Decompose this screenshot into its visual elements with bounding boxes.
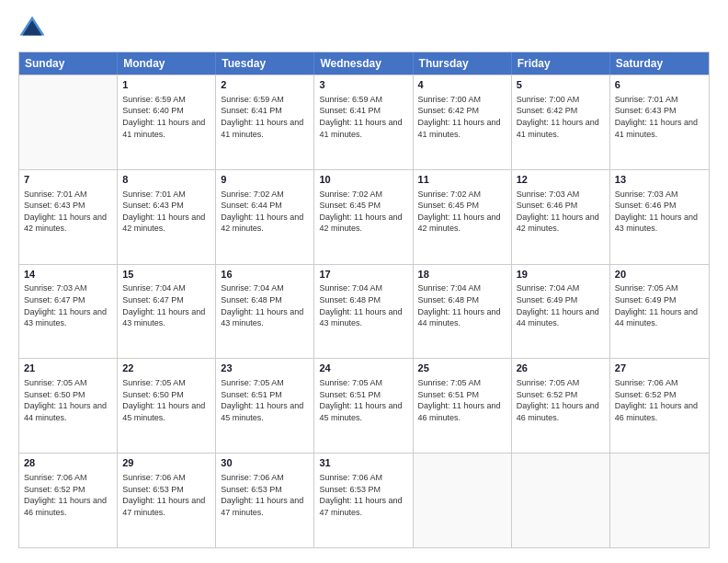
day-number: 15 bbox=[122, 268, 210, 282]
header bbox=[18, 15, 710, 42]
day-number: 3 bbox=[319, 78, 407, 92]
day-number: 28 bbox=[24, 456, 112, 470]
calendar-week-1: 1Sunrise: 6:59 AMSunset: 6:40 PMDaylight… bbox=[19, 75, 709, 169]
calendar-cell bbox=[610, 454, 709, 547]
calendar-cell: 24Sunrise: 7:05 AMSunset: 6:51 PMDayligh… bbox=[314, 359, 413, 453]
calendar-cell: 19Sunrise: 7:04 AMSunset: 6:49 PMDayligh… bbox=[512, 265, 610, 359]
day-number: 26 bbox=[517, 362, 605, 375]
cell-info: Sunrise: 7:05 AMSunset: 6:51 PMDaylight:… bbox=[221, 377, 309, 423]
day-number: 30 bbox=[221, 456, 309, 470]
calendar-cell bbox=[19, 75, 118, 169]
day-number: 23 bbox=[221, 362, 309, 375]
header-day-saturday: Saturday bbox=[610, 52, 709, 75]
calendar-cell: 3Sunrise: 6:59 AMSunset: 6:41 PMDaylight… bbox=[314, 75, 413, 169]
calendar-cell: 9Sunrise: 7:02 AMSunset: 6:44 PMDaylight… bbox=[216, 170, 314, 264]
day-number: 21 bbox=[24, 362, 112, 375]
cell-info: Sunrise: 7:03 AMSunset: 6:47 PMDaylight:… bbox=[24, 282, 112, 328]
calendar-cell: 29Sunrise: 7:06 AMSunset: 6:53 PMDayligh… bbox=[118, 454, 216, 547]
cell-info: Sunrise: 7:05 AMSunset: 6:49 PMDaylight:… bbox=[615, 282, 704, 328]
cell-info: Sunrise: 7:01 AMSunset: 6:43 PMDaylight:… bbox=[122, 189, 210, 235]
cell-info: Sunrise: 7:04 AMSunset: 6:48 PMDaylight:… bbox=[221, 282, 309, 328]
calendar-week-2: 7Sunrise: 7:01 AMSunset: 6:43 PMDaylight… bbox=[19, 169, 709, 264]
calendar-header: SundayMondayTuesdayWednesdayThursdayFrid… bbox=[19, 52, 709, 75]
day-number: 25 bbox=[418, 362, 506, 375]
cell-info: Sunrise: 7:05 AMSunset: 6:50 PMDaylight:… bbox=[122, 377, 210, 423]
day-number: 13 bbox=[615, 173, 704, 187]
day-number: 16 bbox=[221, 268, 309, 282]
cell-info: Sunrise: 7:00 AMSunset: 6:42 PMDaylight:… bbox=[418, 94, 506, 140]
calendar-cell: 5Sunrise: 7:00 AMSunset: 6:42 PMDaylight… bbox=[512, 75, 610, 169]
day-number: 29 bbox=[122, 456, 210, 470]
day-number: 17 bbox=[319, 268, 407, 282]
calendar-cell: 11Sunrise: 7:02 AMSunset: 6:45 PMDayligh… bbox=[414, 170, 512, 264]
day-number: 14 bbox=[24, 268, 112, 282]
cell-info: Sunrise: 7:04 AMSunset: 6:47 PMDaylight:… bbox=[122, 282, 210, 328]
cell-info: Sunrise: 6:59 AMSunset: 6:41 PMDaylight:… bbox=[221, 94, 309, 140]
cell-info: Sunrise: 7:06 AMSunset: 6:53 PMDaylight:… bbox=[122, 472, 210, 518]
cell-info: Sunrise: 7:03 AMSunset: 6:46 PMDaylight:… bbox=[615, 189, 704, 235]
calendar-cell: 21Sunrise: 7:05 AMSunset: 6:50 PMDayligh… bbox=[19, 359, 118, 453]
cell-info: Sunrise: 7:03 AMSunset: 6:46 PMDaylight:… bbox=[517, 189, 605, 235]
calendar-cell: 22Sunrise: 7:05 AMSunset: 6:50 PMDayligh… bbox=[118, 359, 216, 453]
calendar-cell: 13Sunrise: 7:03 AMSunset: 6:46 PMDayligh… bbox=[610, 170, 709, 264]
calendar-cell: 6Sunrise: 7:01 AMSunset: 6:43 PMDaylight… bbox=[610, 75, 709, 169]
header-day-thursday: Thursday bbox=[414, 52, 512, 75]
calendar-cell bbox=[512, 454, 610, 547]
calendar-cell: 8Sunrise: 7:01 AMSunset: 6:43 PMDaylight… bbox=[118, 170, 216, 264]
calendar-week-4: 21Sunrise: 7:05 AMSunset: 6:50 PMDayligh… bbox=[19, 358, 709, 453]
cell-info: Sunrise: 7:05 AMSunset: 6:51 PMDaylight:… bbox=[418, 377, 506, 423]
calendar-cell: 17Sunrise: 7:04 AMSunset: 6:48 PMDayligh… bbox=[314, 265, 413, 359]
cell-info: Sunrise: 6:59 AMSunset: 6:40 PMDaylight:… bbox=[122, 94, 210, 140]
day-number: 8 bbox=[122, 173, 210, 187]
calendar-cell: 10Sunrise: 7:02 AMSunset: 6:45 PMDayligh… bbox=[314, 170, 413, 264]
cell-info: Sunrise: 7:06 AMSunset: 6:52 PMDaylight:… bbox=[615, 377, 704, 423]
day-number: 1 bbox=[122, 78, 210, 92]
cell-info: Sunrise: 7:05 AMSunset: 6:52 PMDaylight:… bbox=[517, 377, 605, 423]
cell-info: Sunrise: 7:06 AMSunset: 6:53 PMDaylight:… bbox=[319, 472, 407, 518]
calendar-cell: 23Sunrise: 7:05 AMSunset: 6:51 PMDayligh… bbox=[216, 359, 314, 453]
calendar-cell: 2Sunrise: 6:59 AMSunset: 6:41 PMDaylight… bbox=[216, 75, 314, 169]
day-number: 19 bbox=[517, 268, 605, 282]
cell-info: Sunrise: 7:02 AMSunset: 6:44 PMDaylight:… bbox=[221, 189, 309, 235]
cell-info: Sunrise: 7:04 AMSunset: 6:48 PMDaylight:… bbox=[319, 282, 407, 328]
calendar-cell: 28Sunrise: 7:06 AMSunset: 6:52 PMDayligh… bbox=[19, 454, 118, 547]
cell-info: Sunrise: 7:05 AMSunset: 6:51 PMDaylight:… bbox=[319, 377, 407, 423]
day-number: 7 bbox=[24, 173, 112, 187]
header-day-wednesday: Wednesday bbox=[314, 52, 413, 75]
day-number: 10 bbox=[319, 173, 407, 187]
calendar-cell: 25Sunrise: 7:05 AMSunset: 6:51 PMDayligh… bbox=[414, 359, 512, 453]
cell-info: Sunrise: 7:01 AMSunset: 6:43 PMDaylight:… bbox=[615, 94, 704, 140]
calendar-cell: 30Sunrise: 7:06 AMSunset: 6:53 PMDayligh… bbox=[216, 454, 314, 547]
page: SundayMondayTuesdayWednesdayThursdayFrid… bbox=[0, 0, 728, 563]
calendar-cell: 12Sunrise: 7:03 AMSunset: 6:46 PMDayligh… bbox=[512, 170, 610, 264]
day-number: 31 bbox=[319, 456, 407, 470]
day-number: 6 bbox=[615, 78, 704, 92]
cell-info: Sunrise: 7:04 AMSunset: 6:49 PMDaylight:… bbox=[517, 282, 605, 328]
logo bbox=[18, 15, 50, 42]
logo-icon bbox=[18, 15, 46, 42]
calendar-cell: 1Sunrise: 6:59 AMSunset: 6:40 PMDaylight… bbox=[118, 75, 216, 169]
header-day-friday: Friday bbox=[512, 52, 610, 75]
day-number: 20 bbox=[615, 268, 704, 282]
calendar-cell: 31Sunrise: 7:06 AMSunset: 6:53 PMDayligh… bbox=[314, 454, 413, 547]
calendar-week-3: 14Sunrise: 7:03 AMSunset: 6:47 PMDayligh… bbox=[19, 264, 709, 359]
day-number: 9 bbox=[221, 173, 309, 187]
calendar-cell: 4Sunrise: 7:00 AMSunset: 6:42 PMDaylight… bbox=[414, 75, 512, 169]
day-number: 11 bbox=[418, 173, 506, 187]
calendar-cell: 18Sunrise: 7:04 AMSunset: 6:48 PMDayligh… bbox=[414, 265, 512, 359]
cell-info: Sunrise: 7:04 AMSunset: 6:48 PMDaylight:… bbox=[418, 282, 506, 328]
cell-info: Sunrise: 7:02 AMSunset: 6:45 PMDaylight:… bbox=[418, 189, 506, 235]
cell-info: Sunrise: 7:02 AMSunset: 6:45 PMDaylight:… bbox=[319, 189, 407, 235]
cell-info: Sunrise: 6:59 AMSunset: 6:41 PMDaylight:… bbox=[319, 94, 407, 140]
calendar-cell: 20Sunrise: 7:05 AMSunset: 6:49 PMDayligh… bbox=[610, 265, 709, 359]
day-number: 18 bbox=[418, 268, 506, 282]
day-number: 24 bbox=[319, 362, 407, 375]
day-number: 12 bbox=[517, 173, 605, 187]
header-day-sunday: Sunday bbox=[19, 52, 118, 75]
day-number: 2 bbox=[221, 78, 309, 92]
day-number: 22 bbox=[122, 362, 210, 375]
cell-info: Sunrise: 7:01 AMSunset: 6:43 PMDaylight:… bbox=[24, 189, 112, 235]
header-day-tuesday: Tuesday bbox=[216, 52, 314, 75]
calendar-week-5: 28Sunrise: 7:06 AMSunset: 6:52 PMDayligh… bbox=[19, 453, 709, 547]
calendar-cell: 27Sunrise: 7:06 AMSunset: 6:52 PMDayligh… bbox=[610, 359, 709, 453]
